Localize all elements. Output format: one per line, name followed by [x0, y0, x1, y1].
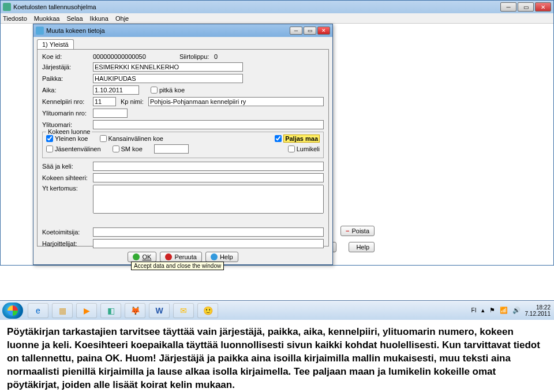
menu-ikkuna[interactable]: Ikkuna: [90, 15, 108, 22]
maximize-button[interactable]: ▭: [518, 2, 534, 12]
bg-help-button[interactable]: Help: [349, 242, 375, 252]
yleinen-koe-check[interactable]: [46, 135, 53, 142]
ok-button[interactable]: OK: [128, 252, 156, 262]
ylituomari-label: Ylituomari:: [42, 121, 93, 128]
flag-icon[interactable]: ▴: [481, 307, 485, 314]
paikka-field[interactable]: [93, 74, 243, 83]
harjoittelijat-label: Harjoittelijat:: [42, 240, 93, 247]
kokeen-luonne-label: Kokeen luonne: [46, 128, 92, 135]
pitka-koe-check[interactable]: [151, 87, 158, 94]
face-icon[interactable]: 🙂: [197, 303, 218, 318]
sm-koe-extra-field[interactable]: [154, 144, 189, 154]
minus-icon: −: [346, 227, 349, 234]
dialog-close-button[interactable]: ✕: [317, 27, 330, 35]
jasentenvalinen-check[interactable]: [46, 145, 53, 152]
check-icon: [133, 253, 140, 260]
yt-kertomus-label: Yt kertomus:: [42, 185, 93, 192]
ie-icon[interactable]: e: [28, 303, 48, 318]
menu-ohje[interactable]: Ohje: [115, 15, 129, 22]
help-icon: [211, 253, 218, 260]
minimize-button[interactable]: ─: [500, 2, 516, 12]
yt-kertomus-field[interactable]: [93, 185, 324, 214]
help-button[interactable]: Help: [205, 252, 238, 262]
word-icon[interactable]: W: [149, 303, 170, 318]
menu-tiedosto[interactable]: Tiedosto: [3, 15, 27, 22]
bg-poista-button[interactable]: − Poista: [340, 226, 375, 236]
lumikeli-checkbox[interactable]: Lumikeli: [288, 144, 320, 154]
firefox-icon[interactable]: 🦊: [125, 303, 145, 318]
outlook-icon[interactable]: ✉: [173, 303, 194, 318]
menu-selaa[interactable]: Selaa: [66, 15, 83, 22]
sm-koe-checkbox[interactable]: SM koe: [113, 144, 143, 154]
edit-exam-dialog: Muuta kokeen tietoja ─ ▭ ✕ 1) Yleistä Ko…: [33, 24, 333, 265]
tab-body: Koe id: 000000000000050 Siirtolippu: 0 J…: [37, 49, 329, 247]
saa-keli-field[interactable]: [93, 162, 324, 171]
main-titlebar: Koetulosten tallennusohjelma ─ ▭ ✕: [1, 1, 553, 13]
doc-paragraph: Pöytäkirjan tarkastajien tarvitsee täytt…: [0, 320, 554, 392]
taskbar-icons: e ▦ ▶ ◧ 🦊 W ✉ 🙂: [28, 303, 218, 318]
dialog-titlebar: Muuta kokeen tietoja ─ ▭ ✕: [33, 24, 332, 37]
main-window: Koetulosten tallennusohjelma ─ ▭ ✕ Tiedo…: [0, 0, 554, 266]
koetoimitsija-field[interactable]: [93, 227, 324, 237]
volume-icon[interactable]: 🔊: [512, 307, 521, 314]
sm-koe-check[interactable]: [113, 145, 119, 152]
ylituomari-nro-label: Ylituomarin nro:: [42, 110, 93, 117]
pitka-koe-checkbox[interactable]: pitkä koe: [151, 87, 185, 94]
app-title: Koetulosten tallennusohjelma: [13, 3, 500, 10]
system-tray: FI ▴ ⚑ 📶 🔊 18:22 7.12.2011: [471, 304, 554, 317]
saa-keli-label: Sää ja keli:: [42, 163, 93, 170]
lang-indicator[interactable]: FI: [471, 307, 477, 313]
action-center-icon[interactable]: ⚑: [489, 307, 495, 314]
clock-date: 7.12.2011: [525, 311, 551, 317]
paikka-label: Paikka:: [42, 75, 93, 82]
jarjestaja-label: Järjestäjä:: [42, 64, 93, 70]
clock-time: 18:22: [525, 304, 551, 311]
koetoimitsija-label: Koetoimitsija:: [42, 229, 93, 236]
kansainv-koe-checkbox[interactable]: Kansainvälinen koe: [100, 135, 163, 143]
paljas-maa-checkbox[interactable]: Paljas maa: [275, 135, 320, 143]
dialog-window-controls: ─ ▭ ✕: [290, 27, 330, 35]
taskbar: e ▦ ▶ ◧ 🦊 W ✉ 🙂 FI ▴ ⚑ 📶 🔊 18:22 7.12.20…: [0, 300, 554, 320]
aika-field[interactable]: [93, 85, 139, 95]
lumikeli-check[interactable]: [288, 145, 295, 152]
yleinen-koe-checkbox[interactable]: Yleinen koe: [46, 135, 88, 143]
start-button[interactable]: [2, 303, 23, 319]
media-player-icon[interactable]: ▶: [76, 303, 97, 318]
sihteeri-field[interactable]: [93, 173, 324, 182]
kp-nimi-field[interactable]: [148, 97, 324, 106]
ylituomari-field[interactable]: [93, 120, 324, 129]
siirtolippu-label: Siirtolippu:: [179, 53, 214, 60]
harjoittelijat-field[interactable]: [93, 239, 324, 248]
paljas-maa-check[interactable]: [275, 135, 282, 142]
close-button[interactable]: ✕: [535, 2, 551, 12]
tab-yleista[interactable]: 1) Yleistä: [37, 39, 74, 49]
cancel-icon: [165, 253, 172, 260]
menubar: Tiedosto Muokkaa Selaa Ikkuna Ohje: [1, 13, 553, 24]
aika-label: Aika:: [42, 87, 93, 94]
sihteeri-label: Kokeen sihteeri:: [42, 174, 93, 181]
koe-id-value: 000000000000050: [93, 53, 179, 60]
dialog-icon: [36, 27, 44, 35]
tab-row: 1) Yleistä: [37, 39, 329, 49]
dialog-title: Muuta kokeen tietoja: [46, 27, 290, 34]
jasentenvalinen-checkbox[interactable]: Jäsentenvälinen: [46, 144, 101, 154]
jarjestaja-field[interactable]: [93, 62, 243, 72]
koe-id-label: Koe id:: [42, 53, 93, 60]
app-icon: [3, 3, 11, 11]
menu-muokkaa[interactable]: Muokkaa: [34, 15, 60, 22]
siirtolippu-value: 0: [214, 53, 218, 60]
kennelpiiri-nro-label: Kennelpiiri nro:: [42, 98, 93, 105]
clock[interactable]: 18:22 7.12.2011: [525, 304, 551, 317]
app-task-icon[interactable]: ◧: [100, 303, 121, 318]
dialog-minimize-button[interactable]: ─: [290, 27, 302, 35]
peruuta-button[interactable]: Peruuta: [160, 252, 202, 262]
explorer-icon[interactable]: ▦: [52, 303, 73, 318]
dialog-maximize-button[interactable]: ▭: [304, 27, 316, 35]
ok-tooltip: Accept data and close the window: [131, 262, 224, 270]
kokeen-luonne-group: Kokeen luonne Yleinen koe Kansainvälinen…: [42, 132, 324, 158]
kp-nimi-label: Kp nimi:: [121, 98, 148, 105]
network-icon[interactable]: 📶: [500, 307, 508, 314]
kansainv-koe-check[interactable]: [100, 135, 107, 142]
kennelpiiri-nro-field[interactable]: [93, 97, 116, 106]
ylituomari-nro-field[interactable]: [93, 109, 128, 118]
